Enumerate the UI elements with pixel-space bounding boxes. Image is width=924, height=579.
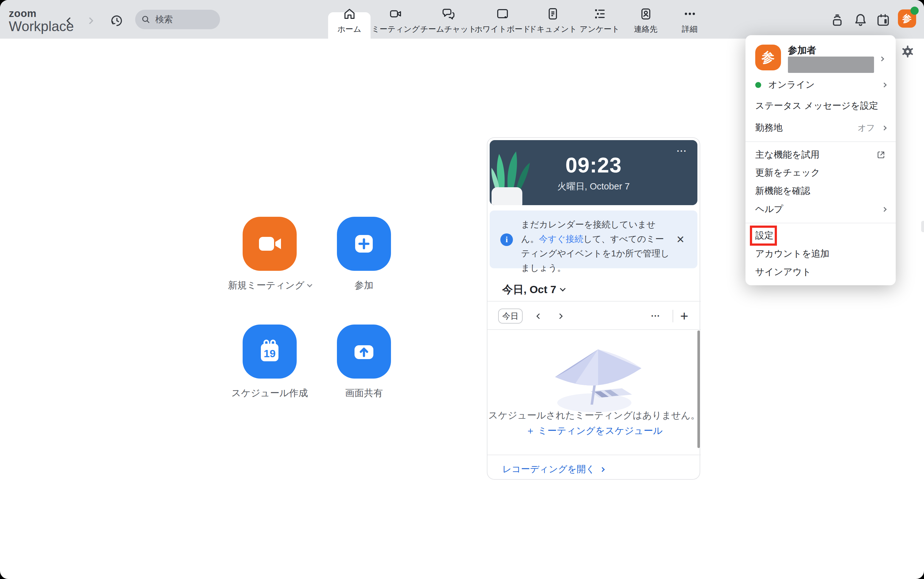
scrollbar-thumb[interactable] bbox=[697, 330, 700, 448]
connect-now-link[interactable]: 今すぐ接続 bbox=[539, 234, 583, 244]
menu-item-try-features[interactable]: 主な機能を試用 bbox=[745, 146, 896, 164]
search-input[interactable] bbox=[155, 14, 215, 25]
nav-back-button[interactable] bbox=[63, 14, 77, 28]
online-dot-icon bbox=[755, 82, 761, 88]
tab-contacts[interactable]: 連絡先 bbox=[623, 0, 668, 39]
gear-icon bbox=[900, 44, 915, 59]
notifications-button[interactable] bbox=[852, 12, 869, 28]
tab-more[interactable]: 詳細 bbox=[668, 0, 711, 39]
menu-item-check-updates[interactable]: 更新をチェック bbox=[745, 164, 896, 182]
empty-state-message: スケジュールされたミーティングはありません。 bbox=[487, 409, 701, 422]
tab-label: ミーティング bbox=[372, 24, 420, 34]
clock-widget: 09:23 火曜日, October 7 ••• bbox=[490, 140, 697, 205]
share-screen-button[interactable] bbox=[337, 324, 391, 379]
open-recordings-link[interactable]: レコーディングを開く bbox=[502, 459, 604, 480]
chevron-right-icon bbox=[882, 207, 887, 212]
menu-label: 勤務地 bbox=[755, 121, 783, 134]
new-meeting-button[interactable] bbox=[242, 217, 297, 271]
tab-home[interactable]: ホーム bbox=[328, 12, 370, 39]
chevron-right-icon bbox=[557, 313, 563, 319]
profile-role-label: 参加者 bbox=[788, 44, 816, 57]
tab-docs[interactable]: ドキュメント bbox=[529, 0, 577, 39]
edge-sliver bbox=[921, 221, 924, 232]
prev-day-button[interactable] bbox=[531, 309, 547, 324]
screen-mirroring-icon bbox=[829, 12, 845, 28]
tab-whiteboard[interactable]: ホワイトボード bbox=[476, 0, 529, 39]
chevron-down-icon[interactable] bbox=[307, 282, 312, 287]
profile-row[interactable]: 参 参加者 bbox=[755, 44, 886, 74]
today-heading-label: 今日, Oct 7 bbox=[502, 283, 556, 297]
tab-label: ホーム bbox=[337, 24, 361, 34]
plus-icon bbox=[349, 229, 379, 259]
document-icon bbox=[546, 7, 560, 21]
chevron-down-icon[interactable] bbox=[560, 286, 565, 291]
menu-divider bbox=[745, 141, 896, 142]
calendar-icon bbox=[875, 12, 891, 28]
menu-item-work-location[interactable]: 勤務地 オフ bbox=[745, 119, 896, 137]
schedule-meeting-link[interactable]: ＋ ミーティングをスケジュール bbox=[487, 424, 701, 438]
online-status-dot bbox=[911, 7, 919, 15]
quick-action-join: 参加 bbox=[337, 217, 391, 271]
schedule-button[interactable]: 19 bbox=[242, 324, 297, 379]
banner-text: まだカレンダーを接続していません。今すぐ接続して、すべてのミーティングやイベント… bbox=[521, 218, 672, 275]
menu-label: アカウントを追加 bbox=[755, 247, 829, 260]
arrow-up-icon bbox=[349, 337, 379, 366]
tab-team-chat[interactable]: チームチャット bbox=[421, 0, 476, 39]
history-button[interactable] bbox=[109, 13, 125, 29]
tab-label: アンケート bbox=[580, 24, 619, 34]
video-camera-icon bbox=[388, 7, 403, 21]
agenda-card: 09:23 火曜日, October 7 ••• i まだカレンダーを接続してい… bbox=[487, 137, 700, 480]
search-box bbox=[135, 10, 220, 29]
menu-item-add-account[interactable]: アカウントを追加 bbox=[745, 245, 896, 263]
calendar-controls: 今日 ••• + bbox=[487, 302, 701, 330]
settings-gear-button[interactable] bbox=[900, 44, 915, 59]
nav-forward-button[interactable] bbox=[83, 14, 97, 28]
contact-card-icon bbox=[639, 7, 653, 21]
menu-item-sign-out[interactable]: サインアウト bbox=[745, 263, 896, 281]
join-button[interactable] bbox=[337, 217, 391, 271]
today-heading: 今日, Oct 7 bbox=[502, 283, 565, 297]
profile-avatar-button[interactable]: 参 bbox=[898, 10, 916, 28]
menu-label: 主な機能を試用 bbox=[755, 149, 819, 161]
chevron-right-icon bbox=[87, 17, 93, 25]
quick-action-label-row: 参加 bbox=[354, 279, 374, 292]
chevron-right-icon bbox=[882, 82, 887, 87]
bell-icon bbox=[852, 12, 869, 28]
menu-divider bbox=[745, 223, 896, 223]
plant-illustration bbox=[490, 140, 540, 205]
tab-label: チームチャット bbox=[420, 24, 477, 34]
menu-label: ステータス メッセージを設定 bbox=[755, 100, 878, 112]
tab-surveys[interactable]: アンケート bbox=[577, 0, 623, 39]
menu-label: サインアウト bbox=[755, 266, 811, 278]
tab-label: 連絡先 bbox=[634, 24, 657, 34]
calendar-button[interactable] bbox=[875, 12, 891, 28]
tab-label: 詳細 bbox=[682, 24, 698, 34]
close-icon[interactable]: × bbox=[673, 232, 687, 246]
survey-list-icon bbox=[592, 7, 607, 21]
share-screen-label: 画面共有 bbox=[345, 387, 383, 400]
more-options-button[interactable]: ••• bbox=[649, 309, 664, 324]
divider bbox=[487, 455, 701, 455]
clock-menu-button[interactable]: ••• bbox=[675, 148, 689, 155]
profile-dropdown-menu: 参 参加者 オンライン ステータス メッセージを設定 勤務地 オフ 主な機能を試… bbox=[745, 35, 896, 285]
today-button[interactable]: 今日 bbox=[498, 309, 523, 324]
zoom-workplace-window: zoom Workplace ホーム ミーティング bbox=[0, 0, 924, 579]
quick-action-new-meeting: 新規ミーティング bbox=[242, 217, 297, 271]
recordings-label: レコーディングを開く bbox=[502, 463, 595, 476]
tab-label: ホワイトボード bbox=[475, 24, 531, 34]
screen-mirroring-button[interactable] bbox=[829, 12, 845, 28]
search-icon bbox=[141, 15, 151, 25]
next-day-button[interactable] bbox=[552, 309, 567, 324]
menu-item-help[interactable]: ヘルプ bbox=[745, 200, 896, 218]
annotation-highlight-box bbox=[750, 226, 777, 246]
calendar-connect-banner: i まだカレンダーを接続していません。今すぐ接続して、すべてのミーティングやイベ… bbox=[490, 211, 697, 268]
menu-item-status[interactable]: オンライン bbox=[745, 76, 896, 94]
join-label: 参加 bbox=[354, 279, 374, 292]
ellipsis-icon bbox=[683, 7, 697, 21]
history-clock-icon bbox=[109, 13, 125, 29]
tab-meetings[interactable]: ミーティング bbox=[370, 0, 421, 39]
chevron-right-icon bbox=[880, 57, 885, 62]
menu-item-whats-new[interactable]: 新機能を確認 bbox=[745, 182, 896, 200]
menu-item-set-status-message[interactable]: ステータス メッセージを設定 bbox=[745, 97, 896, 115]
add-event-button[interactable]: + bbox=[677, 309, 692, 324]
